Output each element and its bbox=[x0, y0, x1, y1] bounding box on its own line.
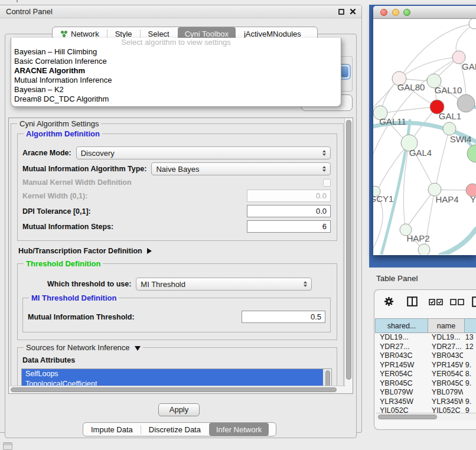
combobox-arrows-icon bbox=[319, 150, 326, 156]
float-window-icon[interactable] bbox=[338, 9, 344, 15]
settings-vertical-scrollbar-thumb[interactable] bbox=[346, 120, 351, 380]
column-header-partial[interactable] bbox=[464, 318, 476, 333]
table-row[interactable]: YBR045CYBR045C9. bbox=[376, 379, 476, 389]
tab-impute-data-label: Impute Data bbox=[91, 425, 133, 434]
table-horizontal-scrollbar bbox=[376, 413, 476, 420]
tab-discretize-data[interactable]: Discretize Data bbox=[142, 423, 208, 436]
attribute-item-selected[interactable]: SelfLoops bbox=[22, 369, 323, 379]
tab-style-label: Style bbox=[115, 30, 132, 38]
gear-icon[interactable] bbox=[384, 296, 394, 306]
apply-button[interactable]: Apply bbox=[158, 403, 200, 416]
tab-infer-network[interactable]: Infer Network bbox=[209, 423, 269, 436]
table-cell: YLR345W bbox=[427, 397, 463, 407]
mi-threshold-field[interactable]: 0.5 bbox=[242, 311, 325, 323]
combobox-arrows-icon bbox=[300, 281, 307, 287]
table-row[interactable]: YDR27...YDR27...12 bbox=[376, 343, 476, 352]
data-attributes-label: Data Attributes bbox=[22, 356, 332, 364]
table-cell: YPR145W bbox=[376, 361, 427, 370]
threshold-definition-group: Threshold Definition Which threshold to … bbox=[17, 263, 337, 340]
table-body: YDL19...YDL19...13YDR27...YDR27...12YBR0… bbox=[376, 333, 476, 413]
dpi-tolerance-field[interactable]: 0.0 bbox=[247, 205, 331, 217]
table-panel: shared... name YDL19...YDL19...13YDR27..… bbox=[374, 289, 476, 430]
close-icon[interactable] bbox=[349, 8, 357, 15]
which-threshold-combobox[interactable]: MI Threshold bbox=[136, 278, 312, 291]
split-columns-icon[interactable] bbox=[407, 296, 418, 306]
table-row[interactable]: YDL19...YDL19...13 bbox=[376, 333, 476, 343]
table-cell: 9. bbox=[463, 361, 476, 370]
network-canvas[interactable]: GALGAL80GAL10GAL1GAL11SWI4GAL4GCY1HAP4YH… bbox=[373, 19, 476, 255]
table-cell: YDR27... bbox=[376, 343, 427, 352]
network-view-frame: GALGAL80GAL10GAL1GAL11SWI4GAL4GCY1HAP4YH… bbox=[369, 5, 476, 268]
table-cell: 13 bbox=[463, 333, 476, 343]
tab-discretize-data-label: Discretize Data bbox=[149, 425, 201, 434]
algorithm-option[interactable]: Dream8 DC_TDC Algorithm bbox=[11, 94, 341, 104]
table-cell: 9 bbox=[463, 406, 476, 413]
combobox-arrows-icon bbox=[319, 166, 326, 172]
mi-algorithm-type-combobox[interactable]: Naive Bayes bbox=[151, 162, 331, 175]
table-row[interactable]: YLR345WYLR345W9. bbox=[376, 397, 476, 407]
settings-horizontal-scrollbar-thumb[interactable] bbox=[11, 387, 337, 392]
node-green-right[interactable] bbox=[467, 145, 476, 162]
node-y-partial-label: Y bbox=[470, 194, 476, 204]
minimized-panel-icon[interactable] bbox=[3, 442, 12, 450]
node-unlabeled-bottom[interactable] bbox=[418, 244, 430, 255]
table-row[interactable]: YBL079WYBL079W bbox=[376, 388, 476, 397]
algorithm-dropdown-list: Select algorithm to view settings Bayesi… bbox=[11, 38, 341, 107]
node-unlabeled-top[interactable] bbox=[469, 19, 476, 29]
algorithm-option[interactable]: Bayesian – Hill Climbing bbox=[11, 47, 341, 57]
kernel-width-field[interactable]: 0.0 bbox=[247, 190, 331, 202]
tab-jactivemnodules-label: jActiveMNodules bbox=[244, 30, 301, 38]
tab-separator bbox=[141, 425, 141, 434]
tab-cyni-toolbox-label: Cyni Toolbox bbox=[185, 30, 229, 38]
checked-columns-icon[interactable] bbox=[429, 299, 444, 305]
algorithm-option-selected[interactable]: ARACNE Algorithm bbox=[11, 66, 341, 76]
table-horizontal-scrollbar-thumb[interactable] bbox=[378, 415, 437, 419]
node-gray[interactable] bbox=[457, 94, 475, 112]
tab-impute-data[interactable]: Impute Data bbox=[84, 423, 140, 436]
threshold-definition-title: Threshold Definition bbox=[24, 259, 103, 268]
tab-select-label: Select bbox=[148, 30, 169, 38]
window-close-button[interactable] bbox=[380, 9, 387, 16]
settings-vertical-scrollbar bbox=[344, 118, 353, 393]
node-gal10-label: GAL10 bbox=[435, 85, 462, 95]
window-zoom-button[interactable] bbox=[403, 9, 410, 16]
table-row[interactable]: YIL052CYIL052C9 bbox=[376, 406, 476, 413]
network-edge bbox=[407, 190, 435, 226]
window-minimize-button[interactable] bbox=[392, 9, 399, 16]
algorithm-option[interactable]: Bayesian – K2 bbox=[11, 85, 341, 94]
table-cell: YBL079W bbox=[427, 388, 463, 397]
node-hap2-label: HAP2 bbox=[406, 233, 429, 243]
table-cell: YER054C bbox=[376, 370, 427, 379]
table-cell: YBR045C bbox=[427, 379, 463, 389]
node-swi4-label: SWI4 bbox=[450, 134, 472, 144]
manual-kernel-checkbox[interactable] bbox=[323, 179, 331, 187]
aracne-mode-combobox[interactable]: Discovery bbox=[76, 146, 331, 159]
node-gal11-label: GAL11 bbox=[379, 116, 406, 126]
algorithm-option[interactable]: Basic Correlation Inference bbox=[11, 57, 341, 66]
dpi-tolerance-label: DPI Tolerance [0,1]: bbox=[22, 207, 91, 216]
export-table-icon[interactable] bbox=[472, 296, 476, 307]
unchecked-columns-icon[interactable] bbox=[450, 299, 465, 305]
table-row[interactable]: YER054CYER054C8. bbox=[376, 370, 476, 379]
column-header-shared-name[interactable]: shared... bbox=[375, 318, 428, 333]
table-row[interactable]: YBR043CYBR043C bbox=[376, 351, 476, 361]
node-gal80-label: GAL80 bbox=[397, 82, 425, 92]
table-row[interactable]: YPR145WYPR145W9. bbox=[376, 361, 476, 370]
table-cell: YIL052C bbox=[427, 406, 463, 413]
node-swi4[interactable] bbox=[443, 122, 456, 135]
column-header-name[interactable]: name bbox=[428, 318, 465, 333]
settings-horizontal-scrollbar bbox=[9, 386, 345, 393]
node-gal1-label: GAL1 bbox=[439, 111, 461, 121]
application-window: Control Panel Network Style bbox=[0, 0, 476, 450]
algorithm-option[interactable]: Mutual Information Inference bbox=[11, 76, 341, 85]
which-threshold-label: Which threshold to use: bbox=[47, 280, 131, 288]
hub-transcription-factor-expander[interactable]: Hub/Transcription Factor Definition bbox=[18, 247, 337, 255]
expander-expanded-icon bbox=[135, 346, 141, 351]
table-toolbar bbox=[374, 295, 476, 312]
mi-algorithm-type-value: Naive Bayes bbox=[156, 165, 199, 174]
network-edge bbox=[373, 84, 395, 107]
mi-steps-field[interactable]: 6 bbox=[247, 220, 331, 233]
sources-title[interactable]: Sources for Network Inference bbox=[24, 343, 143, 352]
network-window-titlebar[interactable] bbox=[373, 6, 476, 19]
node-hap4-label: HAP4 bbox=[435, 194, 458, 204]
